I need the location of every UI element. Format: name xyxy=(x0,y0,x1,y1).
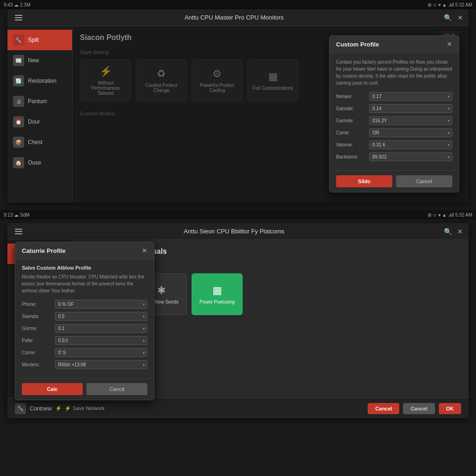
dialog-overlay-1: Custom Profile ✕ Contain you factory pec… xyxy=(73,26,469,203)
saonda-label: Saonda: xyxy=(22,314,52,319)
split-icon: 🔧 xyxy=(13,34,24,46)
pafie-label: Pafie: xyxy=(22,338,52,343)
bottom-ok-btn[interactable]: OK xyxy=(439,403,462,414)
vatome-select[interactable]: 0.31 6 xyxy=(369,140,452,149)
sidebar-item-split[interactable]: 🔧 Split xyxy=(7,30,72,50)
dour-icon: ⏰ xyxy=(13,116,24,127)
close-icon-1[interactable]: ✕ xyxy=(457,14,463,21)
sidebar-item-restoration[interactable]: 🔄 Restoration xyxy=(7,71,72,91)
dialog-save-btn-2[interactable]: Calc xyxy=(22,383,83,395)
dialog-body-2: Salve Custom Atblow Profile Recite theat… xyxy=(15,259,154,378)
ouse-icon: 🏠 xyxy=(13,157,24,168)
field-gamate: Gamate: 0.14 xyxy=(336,104,452,113)
sidebar-item-dour[interactable]: ⏰ Dour xyxy=(7,112,72,132)
vatome-select-wrapper: 0.31 6 xyxy=(369,140,452,149)
title-bar-1: Anttu CPU Master Pro CPU Monitors 🔍 ✕ xyxy=(7,9,469,26)
sidebar-item-ouse[interactable]: 🏠 Ouse xyxy=(7,152,72,173)
save-network-label: ⚡ Save Network xyxy=(65,405,105,411)
sidebar-item-new[interactable]: 📰 New xyxy=(7,50,72,71)
gorme-select[interactable]: 0.1 xyxy=(55,324,147,333)
dialog-title-1: Custom Profile xyxy=(336,41,379,48)
pantum-icon: 🖨 xyxy=(13,96,24,107)
status-left-1: 9:43 ☁ 2.3M xyxy=(4,2,30,7)
saonda-select-wrapper: 0.5 xyxy=(55,312,147,321)
field-bactearns: Bactearns: 89.922 xyxy=(336,152,452,161)
nimare-select[interactable]: 0.17 xyxy=(369,92,452,101)
nimare-select-wrapper: 0.17 xyxy=(369,92,452,101)
save-network-icon: ⚡ xyxy=(55,405,62,411)
sidebar-1: 🔧 Split 📰 New 🔄 Restoration 🖨 Pantum ⏰ D… xyxy=(7,26,73,203)
field-nimare: Nimare: 0.17 xyxy=(336,92,452,101)
bottom-bar-2: 🔧 Contnew ⚡ ⚡ Save Network Cancel Cancel… xyxy=(7,398,469,418)
bottom-bar-right: Cancel Cancel OK xyxy=(368,403,461,414)
new-icon: 📰 xyxy=(13,55,24,66)
dialog-close-btn-1[interactable]: ✕ xyxy=(447,40,452,48)
bottom-app-icon: 🔧 xyxy=(15,403,26,414)
dialog-save-btn-1[interactable]: Sildo xyxy=(336,175,392,187)
gamete-select[interactable]: 016.2Y xyxy=(369,116,452,125)
second-window-wrapper: Anttu Sieon CPU Bbilitor Fy Platcoms 🔍 ✕… xyxy=(7,223,469,418)
search-icon-2[interactable]: 🔍 xyxy=(444,228,452,235)
pafie-select-wrapper: 0.5ℛ xyxy=(55,336,147,345)
gamete-select-wrapper: 016.2Y xyxy=(369,116,452,125)
hamburger-menu-2[interactable] xyxy=(13,227,24,236)
search-icon-1[interactable]: 🔍 xyxy=(444,14,452,21)
app-title-2: Anttu Sieon CPU Bbilitor Fy Platcoms xyxy=(184,228,284,235)
field-gamete: Gamete: 016.2Y xyxy=(336,116,452,125)
phone-select-wrapper: 0.% OF xyxy=(55,300,147,309)
mecters-select-wrapper: R/0sh +13:08 xyxy=(55,360,147,369)
nimare-label: Nimare: xyxy=(336,94,366,99)
came-select-wrapper: OR xyxy=(369,128,452,137)
status-icons-1: ⊞ ☺ ▾ ▲ .all 5:32 AM xyxy=(428,2,472,7)
dialog-footer-2: Calc Cancd xyxy=(15,378,154,400)
dialog-cancel-btn-1[interactable]: Cancel xyxy=(396,175,452,187)
dialog-footer-1: Sildo Cancel xyxy=(330,170,459,192)
saonda-select[interactable]: 0.5 xyxy=(55,312,147,321)
pafie-select[interactable]: 0.5ℛ xyxy=(55,336,147,345)
sidebar-item-chest[interactable]: 📦 Chest xyxy=(7,132,72,152)
dialog-close-btn-2[interactable]: ✕ xyxy=(142,247,147,254)
field-corne: Corne: 0'.S xyxy=(22,348,147,357)
mecters-label: Mecters: xyxy=(22,362,52,367)
came-select[interactable]: OR xyxy=(369,128,452,137)
close-icon-2[interactable]: ✕ xyxy=(457,228,463,235)
dialog-header-1: Custom Profile ✕ xyxy=(330,36,459,53)
tree-icon: ✱ xyxy=(157,284,165,297)
gamate-select[interactable]: 0.14 xyxy=(369,104,452,113)
dialog-header-2: Caturrie Profile ✕ xyxy=(15,242,154,259)
custom-profile-dialog-1: Custom Profile ✕ Contain you factory pec… xyxy=(329,35,459,192)
phone-label: Phone: xyxy=(22,302,52,307)
field-gorme: Gorme: 0.1 xyxy=(22,324,147,333)
status-bar-2: 9:13 ☁ SdM ⊞ ☺ ▾ ▲ .all 5:32 AM xyxy=(0,210,476,219)
dialog-body-1: Contain you factory pecont Profiles on N… xyxy=(330,53,459,170)
field-phone: Phone: 0.% OF xyxy=(22,300,147,309)
mecters-select[interactable]: R/0sh +13:08 xyxy=(55,360,147,369)
bactearns-select[interactable]: 89.922 xyxy=(369,152,452,161)
bottom-cancel-btn-2[interactable]: Cancel xyxy=(403,403,435,414)
power-icon: ▦ xyxy=(212,284,222,297)
hamburger-menu-1[interactable] xyxy=(13,13,24,22)
corne-label: Corne: xyxy=(22,350,52,355)
phone-select[interactable]: 0.% OF xyxy=(55,300,147,309)
sidebar-label-split: Split xyxy=(28,37,39,43)
app-window-1: Anttu CPU Master Pro CPU Monitors 🔍 ✕ 🔧 … xyxy=(7,9,469,203)
dialog-subtitle-2: Salve Custom Atblow Profile xyxy=(22,265,147,271)
sidebar-label-ouse: Ouse xyxy=(28,159,41,166)
mode-btn-power[interactable]: ▦ Power Poetusing xyxy=(192,273,243,315)
sidebar-label-pantum: Pantum xyxy=(28,98,47,105)
bottom-bar-left: 🔧 Contnew ⚡ ⚡ Save Network xyxy=(15,403,105,414)
sidebar-item-pantum[interactable]: 🖨 Pantum xyxy=(7,91,72,112)
bottom-cancel-btn-1[interactable]: Cancel xyxy=(368,403,399,414)
save-network-btn[interactable]: ⚡ ⚡ Save Network xyxy=(55,405,105,411)
sidebar-label-dour: Dour xyxy=(28,119,40,125)
dialog-cancel-btn-2[interactable]: Cancd xyxy=(86,383,147,395)
field-came: Came: OR xyxy=(336,128,452,137)
status-time-2: 9:13 ☁ SdM xyxy=(4,212,30,218)
corne-select[interactable]: 0'.S xyxy=(55,348,147,357)
sidebar-label-restoration: Restoration xyxy=(28,78,56,84)
gorme-select-wrapper: 0.1 xyxy=(55,324,147,333)
vatome-label: Vatome: xyxy=(336,142,366,147)
title-bar-2: Anttu Sieon CPU Bbilitor Fy Platcoms 🔍 ✕ xyxy=(7,223,469,240)
status-bar-1: 9:43 ☁ 2.3M ⊞ ☺ ▾ ▲ .all 5:32 AM xyxy=(0,0,476,9)
app-body-1: 🔧 Split 📰 New 🔄 Restoration 🖨 Pantum ⏰ D… xyxy=(7,26,469,203)
